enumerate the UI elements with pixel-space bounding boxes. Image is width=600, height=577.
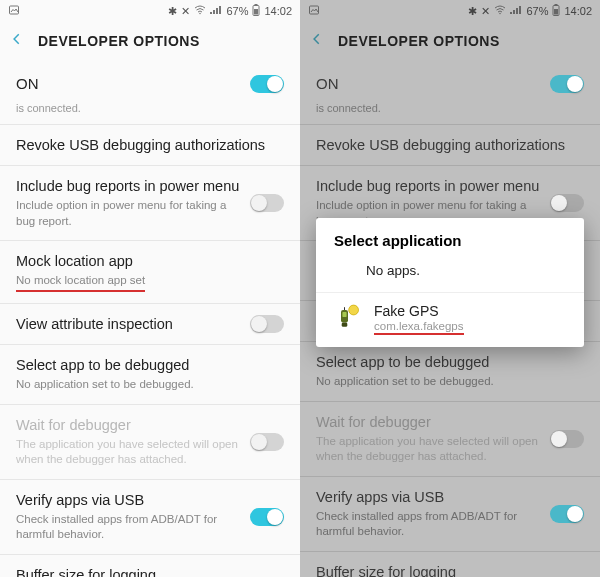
image-icon <box>308 4 320 18</box>
verify-sub: Check installed apps from ADB/ADT for ha… <box>16 512 240 543</box>
buffer-size-row[interactable]: Buffer size for logging 256K per log buf… <box>0 555 300 577</box>
dialog-app-item[interactable]: Fake GPS com.lexa.fakegps <box>316 293 584 347</box>
waitdbg-sub: The application you have selected will o… <box>16 437 240 468</box>
waitdbg-toggle <box>250 433 284 451</box>
master-toggle[interactable] <box>250 75 284 93</box>
battery-percent: 67% <box>226 5 248 17</box>
mute-icon: ✕ <box>481 5 490 18</box>
bugreport-toggle[interactable] <box>250 194 284 212</box>
dialog-title: Select application <box>316 218 584 259</box>
verify-sub: Check installed apps from ADB/ADT for ha… <box>316 509 540 540</box>
debugapp-label: Select app to be debugged <box>16 356 274 375</box>
page-title: DEVELOPER OPTIONS <box>338 33 500 49</box>
svg-rect-9 <box>554 9 558 15</box>
master-toggle-row[interactable]: ON <box>0 60 300 108</box>
waitdbg-toggle <box>550 430 584 448</box>
page-title: DEVELOPER OPTIONS <box>38 33 200 49</box>
mock-label: Mock location app <box>16 252 274 271</box>
svg-rect-3 <box>255 4 258 6</box>
svg-rect-8 <box>555 4 558 6</box>
title-bar: DEVELOPER OPTIONS <box>0 22 300 60</box>
image-icon <box>8 4 20 18</box>
debugapp-sub: No application set to be debugged. <box>16 377 274 393</box>
mock-sub: No mock location app set <box>16 273 274 292</box>
bugreport-label: Include bug reports in power menu <box>316 177 540 196</box>
wait-debugger-row: Wait for debugger The application you ha… <box>300 402 600 476</box>
buffer-size-row[interactable]: Buffer size for logging 256K per log buf… <box>300 552 600 577</box>
clock-time: 14:02 <box>564 5 592 17</box>
battery-icon <box>552 4 560 18</box>
dialog-app-package: com.lexa.fakegps <box>374 320 464 335</box>
battery-icon <box>252 4 260 18</box>
waitdbg-sub: The application you have selected will o… <box>316 434 540 465</box>
verify-label: Verify apps via USB <box>16 491 240 510</box>
revoke-usb-row[interactable]: Revoke USB debugging authorizations <box>0 125 300 166</box>
on-label: ON <box>16 74 240 94</box>
mock-location-row[interactable]: Mock location app No mock location app s… <box>0 241 300 302</box>
battery-percent: 67% <box>526 5 548 17</box>
svg-point-1 <box>200 13 202 15</box>
screen-left: ✱ ✕ 67% 14:02 DEVELOPER OPTIONS ON is co… <box>0 0 300 577</box>
bluetooth-icon: ✱ <box>468 5 477 18</box>
status-bar: ✱ ✕ 67% 14:02 <box>300 0 600 22</box>
wait-debugger-row: Wait for debugger The application you ha… <box>0 405 300 479</box>
title-bar: DEVELOPER OPTIONS <box>300 22 600 60</box>
screen-right: ✱ ✕ 67% 14:02 DEVELOPER OPTIONS ON is co… <box>300 0 600 577</box>
revoke-label: Revoke USB debugging authorizations <box>316 136 574 155</box>
viewattr-toggle[interactable] <box>250 315 284 333</box>
bug-report-row[interactable]: Include bug reports in power menu Includ… <box>0 166 300 240</box>
bugreport-toggle[interactable] <box>550 194 584 212</box>
select-debug-app-row[interactable]: Select app to be debugged No application… <box>0 345 300 403</box>
bluetooth-icon: ✱ <box>168 5 177 18</box>
mute-icon: ✕ <box>181 5 190 18</box>
master-toggle[interactable] <box>550 75 584 93</box>
signal-icon <box>510 5 522 17</box>
wifi-icon <box>194 5 206 17</box>
back-icon[interactable] <box>10 32 24 50</box>
status-bar: ✱ ✕ 67% 14:02 <box>0 0 300 22</box>
verify-label: Verify apps via USB <box>316 488 540 507</box>
svg-rect-12 <box>342 312 346 317</box>
dialog-app-name: Fake GPS <box>374 303 464 319</box>
buffer-label: Buffer size for logging <box>316 563 574 577</box>
clock-time: 14:02 <box>264 5 292 17</box>
svg-rect-4 <box>254 9 258 15</box>
bugreport-label: Include bug reports in power menu <box>16 177 240 196</box>
wifi-icon <box>494 5 506 17</box>
select-debug-app-row[interactable]: Select app to be debugged No application… <box>300 342 600 400</box>
verify-apps-row[interactable]: Verify apps via USB Check installed apps… <box>0 480 300 554</box>
viewattr-label: View attribute inspection <box>16 315 240 334</box>
revoke-usb-row[interactable]: Revoke USB debugging authorizations <box>300 125 600 166</box>
connected-note: is connected. <box>300 102 600 124</box>
back-icon[interactable] <box>310 32 324 50</box>
fake-gps-app-icon <box>334 303 362 335</box>
verify-toggle[interactable] <box>250 508 284 526</box>
debugapp-sub: No application set to be debugged. <box>316 374 574 390</box>
buffer-label: Buffer size for logging <box>16 566 274 577</box>
debugapp-label: Select app to be debugged <box>316 353 574 372</box>
waitdbg-label: Wait for debugger <box>16 416 240 435</box>
verify-apps-row[interactable]: Verify apps via USB Check installed apps… <box>300 477 600 551</box>
waitdbg-label: Wait for debugger <box>316 413 540 432</box>
on-label: ON <box>316 74 540 94</box>
select-application-dialog: Select application No apps. Fake GPS com… <box>316 218 584 347</box>
svg-rect-13 <box>342 323 348 327</box>
svg-point-6 <box>500 13 502 15</box>
svg-point-10 <box>349 305 359 315</box>
master-toggle-row[interactable]: ON <box>300 60 600 108</box>
revoke-label: Revoke USB debugging authorizations <box>16 136 274 155</box>
bugreport-sub: Include option in power menu for taking … <box>16 198 240 229</box>
dialog-no-apps[interactable]: No apps. <box>316 259 584 292</box>
signal-icon <box>210 5 222 17</box>
view-attribute-row[interactable]: View attribute inspection <box>0 304 300 345</box>
connected-note: is connected. <box>0 102 300 124</box>
verify-toggle[interactable] <box>550 505 584 523</box>
content-area: ON is connected. Revoke USB debugging au… <box>0 60 300 577</box>
